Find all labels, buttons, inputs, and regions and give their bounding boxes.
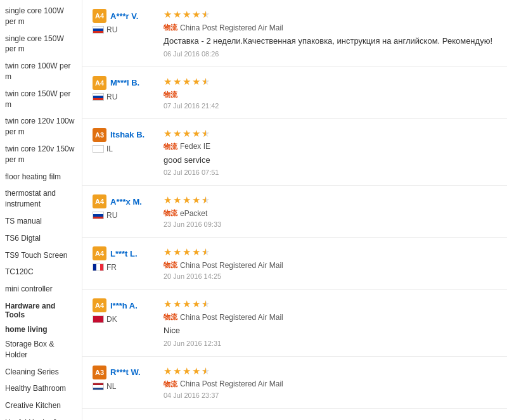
review-text: Доставка - 2 недели.Качественная упаковк… [164, 35, 497, 48]
reviewer-column: A4 M***l B. RU [93, 76, 156, 110]
shipping-method: China Post Registered Air Mail [180, 379, 283, 388]
review-item: A4 I***h A. DK ★★★★★★ 物流 China Post Regi… [82, 290, 507, 357]
star-half-icon: ★★ [202, 246, 210, 258]
shipping-method: Fedex IE [180, 142, 210, 151]
star-half-icon: ★★ [202, 194, 210, 206]
flag-container: RU [93, 211, 117, 220]
star-full-icon: ★ [164, 366, 172, 377]
star-full-icon: ★ [192, 9, 200, 20]
reviewer-name[interactable]: I***h A. [110, 301, 138, 310]
star-rating: ★★★★★★ [164, 76, 497, 87]
reviewer-column: A4 L***t L. FR [93, 246, 156, 280]
star-full-icon: ★ [192, 76, 200, 87]
flag-ru-icon [93, 26, 104, 34]
sidebar-item-floor-heating-film[interactable]: floor heating film [0, 169, 82, 186]
sidebar-item-ts-manual[interactable]: TS manual [0, 213, 82, 230]
flag-fr-icon [93, 264, 104, 271]
country-code: RU [106, 25, 117, 34]
star-full-icon: ★ [173, 9, 181, 20]
star-full-icon: ★ [183, 194, 191, 206]
reviewer-name[interactable]: Itshak B. [110, 130, 144, 139]
star-rating: ★★★★★★ [164, 298, 497, 310]
star-full-icon: ★ [183, 246, 191, 258]
sidebar-item-healthy-bathroom[interactable]: Healthy Bathroom [0, 380, 82, 397]
sidebar-item-twin-core-100w[interactable]: twin core 100W per m [0, 58, 82, 86]
sidebar-item-thermostat[interactable]: thermostat and instrument [0, 185, 82, 213]
star-rating: ★★★★★★ [164, 246, 497, 258]
shipping-row: 物流 China Post Registered Air Mail [164, 260, 497, 270]
review-item: A3 R***t W. NL ★★★★★★ 物流 China Post Regi… [82, 357, 507, 409]
sidebar-item-twin-core-120v-150w[interactable]: twin core 120v 150w per m [0, 141, 82, 169]
review-text: Nice [164, 324, 497, 337]
review-date: 04 Jul 2016 23:37 [164, 391, 497, 399]
star-full-icon: ★ [164, 9, 172, 20]
sidebar-item-useful-hooks[interactable]: Useful Hooks & Clamps [0, 414, 82, 420]
sidebar-item-mini-controller[interactable]: mini controller [0, 281, 82, 298]
shipping-logo: 物流 [164, 312, 177, 322]
reviewer-badge: A4 [93, 194, 106, 208]
review-item: A3 Itshak B. IL ★★★★★★ 物流 Fedex IE good … [82, 119, 507, 186]
review-column: ★★★★★★ 物流 China Post Registered Air Mail… [164, 9, 497, 58]
flag-container: DK [93, 315, 117, 324]
sidebar-item-tc120c[interactable]: TC120C [0, 264, 82, 281]
reviewer-name[interactable]: R***t W. [110, 367, 141, 377]
shipping-row: 物流 China Post Registered Air Mail [164, 312, 497, 322]
country-code: DK [106, 315, 117, 324]
star-full-icon: ★ [183, 366, 191, 377]
star-full-icon: ★ [173, 298, 181, 310]
sidebar-item-home-living[interactable]: home living [0, 321, 82, 336]
review-column: ★★★★★★ 物流 ePacket 23 Jun 2016 09:33 [164, 194, 497, 228]
reviewer-badge: A4 [93, 298, 106, 312]
flag-container: RU [93, 92, 117, 101]
flag-il-icon [93, 145, 104, 153]
sidebar-item-cleaning-series[interactable]: Cleaning Series [0, 364, 82, 381]
reviewer-name[interactable]: L***t L. [110, 249, 138, 258]
shipping-logo: 物流 [164, 23, 177, 32]
sidebar: single core 100W per msingle core 150W p… [0, 0, 82, 420]
country-code: IL [106, 144, 113, 153]
star-full-icon: ★ [173, 128, 181, 139]
star-rating: ★★★★★★ [164, 128, 497, 139]
reviewer-name[interactable]: A***x M. [110, 197, 142, 207]
review-item: A4 A***r V. RU ★★★★★★ 物流 China Post Regi… [82, 0, 507, 67]
sidebar-item-creative-kitchen[interactable]: Creative Kitchen [0, 397, 82, 414]
flag-container: IL [93, 144, 113, 153]
star-rating: ★★★★★★ [164, 366, 497, 377]
star-full-icon: ★ [192, 128, 200, 139]
review-date: 02 Jul 2016 07:51 [164, 169, 497, 176]
sidebar-item-storage-box[interactable]: Storage Box & Holder [0, 336, 82, 364]
flag-ru-icon [93, 212, 104, 219]
sidebar-item-ts6-digital[interactable]: TS6 Digtal [0, 230, 82, 247]
star-full-icon: ★ [192, 194, 200, 206]
star-half-icon: ★★ [202, 366, 210, 377]
shipping-row: 物流 ePacket [164, 208, 497, 218]
shipping-method: China Post Registered Air Mail [180, 261, 283, 270]
review-column: ★★★★★★ 物流 China Post Registered Air Mail… [164, 298, 497, 347]
reviewer-badge: A3 [93, 128, 106, 142]
shipping-logo: 物流 [164, 379, 177, 389]
shipping-row: 物流 [164, 90, 497, 99]
sidebar-item-single-core-150w[interactable]: single core 150W per m [0, 30, 82, 58]
star-full-icon: ★ [173, 76, 181, 87]
reviewer-name[interactable]: A***r V. [110, 11, 138, 21]
star-full-icon: ★ [164, 298, 172, 310]
review-column: ★★★★★★ 物流 China Post Registered Air Mail… [164, 246, 497, 280]
review-date: 20 Jun 2016 12:31 [164, 340, 497, 347]
star-full-icon: ★ [164, 246, 172, 258]
star-full-icon: ★ [164, 128, 172, 139]
sidebar-item-ts9-touch-screen[interactable]: TS9 Touch Screen [0, 247, 82, 264]
star-full-icon: ★ [192, 366, 200, 377]
sidebar-item-twin-core-150w[interactable]: twin core 150W per m [0, 86, 82, 113]
sidebar-item-twin-core-120v-100w[interactable]: twin core 120v 100w per m [0, 113, 82, 141]
star-full-icon: ★ [183, 9, 191, 20]
sidebar-item-single-core-100w[interactable]: single core 100W per m [0, 3, 82, 30]
reviewer-name[interactable]: M***l B. [110, 78, 139, 87]
reviewer-badge: A4 [93, 76, 106, 90]
country-code: RU [106, 92, 117, 101]
review-date: 06 Jul 2016 08:26 [164, 50, 497, 58]
sidebar-item-hardware-tools[interactable]: Hardware and Tools [0, 298, 82, 321]
reviewer-column: A4 A***r V. RU [93, 9, 156, 58]
shipping-logo: 物流 [164, 142, 177, 151]
star-full-icon: ★ [192, 298, 200, 310]
star-full-icon: ★ [183, 298, 191, 310]
